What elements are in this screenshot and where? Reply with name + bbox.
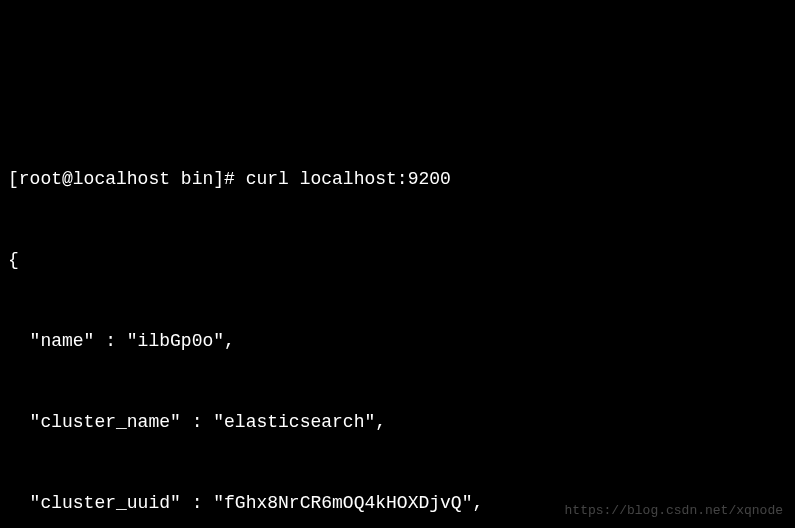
command-line: [root@localhost bin]# curl localhost:920… xyxy=(8,166,787,193)
output-line: "cluster_name" : "elasticsearch", xyxy=(8,409,787,436)
output-line: "name" : "ilbGp0o", xyxy=(8,328,787,355)
terminal-output: [root@localhost bin]# curl localhost:920… xyxy=(8,112,787,528)
watermark-text: https://blog.csdn.net/xqnode xyxy=(565,501,783,521)
output-line: { xyxy=(8,247,787,274)
